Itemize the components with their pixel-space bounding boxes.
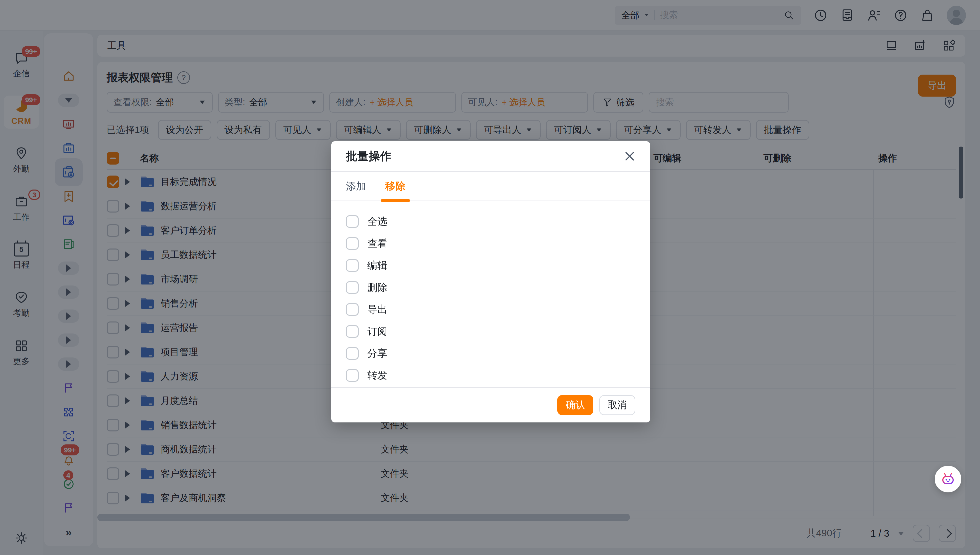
option-checkbox[interactable] <box>346 215 359 228</box>
option-view[interactable]: 查看 <box>346 233 635 255</box>
assistant-fab[interactable] <box>935 466 961 492</box>
option-checkbox[interactable] <box>346 303 359 316</box>
tab-add[interactable]: 添加 <box>346 172 366 201</box>
tab-remove[interactable]: 移除 <box>386 172 405 201</box>
option-forward[interactable]: 转发 <box>346 364 635 387</box>
cancel-button[interactable]: 取消 <box>599 395 635 415</box>
option-checkbox[interactable] <box>346 237 359 250</box>
confirm-button[interactable]: 确认 <box>557 395 593 415</box>
option-select-all[interactable]: 全选 <box>346 210 635 233</box>
option-export[interactable]: 导出 <box>346 298 635 321</box>
option-checkbox[interactable] <box>346 347 359 360</box>
batch-operation-modal: 批量操作 添加 移除 全选 查看 编辑 删除 导出 订阅 <box>331 141 650 422</box>
option-checkbox[interactable] <box>346 369 359 382</box>
option-edit[interactable]: 编辑 <box>346 255 635 276</box>
modal-title: 批量操作 <box>346 149 391 164</box>
option-share[interactable]: 分享 <box>346 342 635 364</box>
option-subscribe[interactable]: 订阅 <box>346 321 635 342</box>
option-checkbox[interactable] <box>346 281 359 294</box>
permission-options: 全选 查看 编辑 删除 导出 订阅 分享 转发 <box>331 201 650 387</box>
option-checkbox[interactable] <box>346 325 359 338</box>
option-checkbox[interactable] <box>346 259 359 272</box>
modal-tabs: 添加 移除 <box>331 172 650 201</box>
close-icon[interactable] <box>624 151 635 162</box>
option-delete[interactable]: 删除 <box>346 276 635 298</box>
robot-icon <box>940 472 956 487</box>
